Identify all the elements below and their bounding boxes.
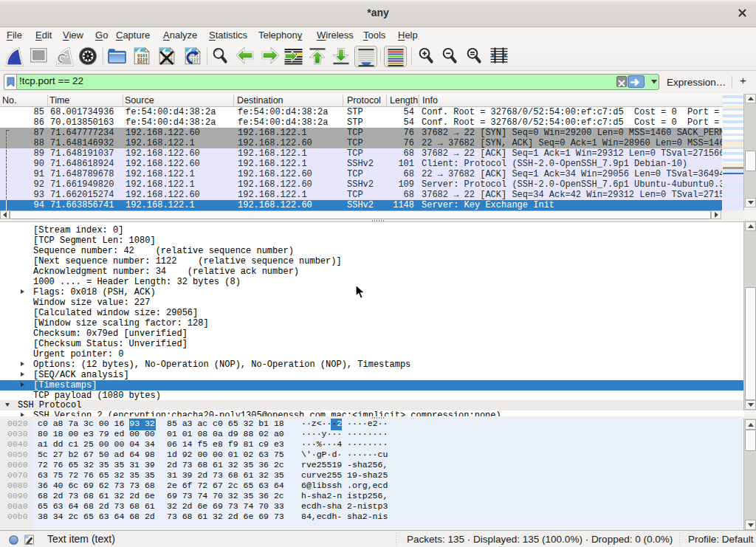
svg-text:0011: 0011 bbox=[137, 60, 148, 65]
